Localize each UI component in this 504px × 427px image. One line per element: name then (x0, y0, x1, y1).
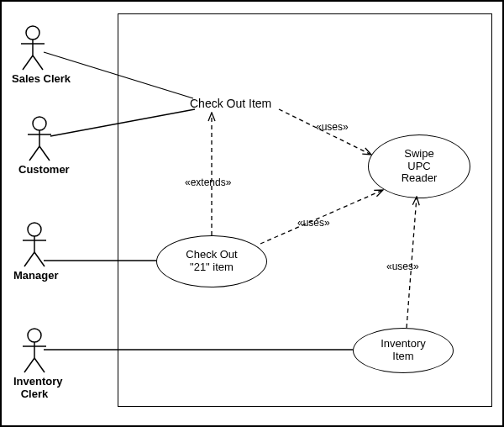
stick-figure-icon (19, 328, 50, 373)
usecase-check-out-item: Check Out Item (190, 97, 271, 110)
svg-point-0 (26, 26, 39, 40)
usecase-check-out-21: Check Out "21" item (156, 235, 267, 287)
stick-figure-icon (24, 116, 55, 161)
usecase-inventory-item: Inventory Item (353, 328, 454, 373)
actor-sales-clerk: Sales Clerk (12, 25, 54, 85)
svg-line-8 (29, 146, 39, 161)
svg-line-13 (24, 252, 34, 266)
svg-line-14 (34, 252, 45, 266)
svg-line-18 (24, 358, 34, 372)
svg-line-9 (39, 146, 50, 161)
usecase-swipe-upc-reader: Swipe UPC Reader (368, 134, 470, 198)
actor-inventory-clerk: Inventory Clerk (13, 328, 55, 400)
stereotype-uses-3: «uses» (386, 261, 419, 272)
svg-line-19 (34, 358, 45, 372)
actor-customer: Customer (18, 116, 60, 176)
diagram-canvas: Sales Clerk Customer Manager Inv (0, 0, 504, 427)
actor-manager: Manager (13, 222, 55, 282)
svg-point-10 (28, 223, 41, 236)
stereotype-uses-1: «uses» (316, 121, 349, 133)
svg-line-4 (33, 55, 43, 70)
actor-label: Sales Clerk (12, 72, 54, 85)
svg-point-5 (33, 117, 46, 130)
svg-line-3 (23, 55, 33, 70)
stick-figure-icon (19, 222, 50, 267)
actor-label: Manager (13, 269, 55, 282)
stick-figure-icon (18, 25, 48, 71)
stereotype-extends: «extends» (185, 177, 231, 188)
stereotype-uses-2: «uses» (297, 217, 330, 229)
actor-label: Customer (18, 163, 60, 176)
actor-label: Inventory Clerk (13, 375, 55, 400)
svg-point-15 (28, 329, 41, 342)
